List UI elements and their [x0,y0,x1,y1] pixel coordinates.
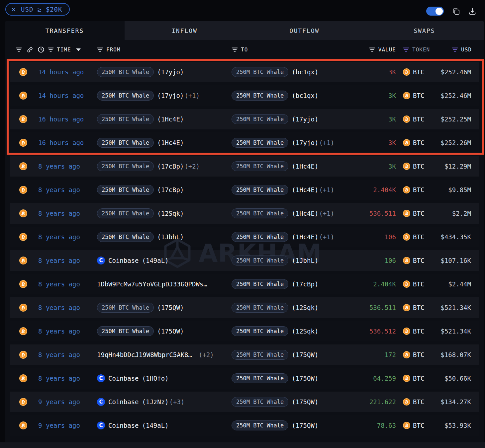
from-short-address[interactable]: (1JbhL) [157,233,184,241]
to-short-address[interactable]: (1Hc4E) [292,186,318,193]
transfer-time[interactable]: 8 years ago [38,304,97,311]
token-cell[interactable]: ₿BTC [396,186,429,193]
table-row[interactable]: ₿9 years agoCCoinbase(149aL)250M BTC Wha… [10,415,479,436]
copy-icon[interactable] [452,7,460,15]
table-row[interactable]: ₿8 years ago250M BTC Whale(17cBp)(+2)250… [10,156,479,177]
transfer-time[interactable]: 16 hours ago [38,139,97,146]
transfer-time[interactable]: 8 years ago [38,280,97,288]
table-row[interactable]: ₿8 years agoCCoinbase(1HQfo)250M BTC Wha… [10,368,479,389]
from-short-address[interactable]: (175QW) [157,328,184,335]
from-entity-name[interactable]: Coinbase [108,422,139,429]
tab-inflow[interactable]: INFLOW [125,21,244,40]
from-address[interactable]: 1DbW9PcMw7u5YoVGLpDJ33GQPDWs… [97,280,207,288]
token-cell[interactable]: ₿BTC [396,115,429,123]
tab-outflow[interactable]: OUTFLOW [244,21,364,40]
to-entity-chip[interactable]: 250M BTC Whale [232,397,288,407]
table-row[interactable]: ₿16 hours ago250M BTC Whale(1Hc4E)250M B… [10,132,479,153]
to-short-address[interactable]: (175QW) [292,375,318,382]
to-short-address[interactable]: (12Sqk) [292,328,318,335]
table-row[interactable]: ₿8 years ago250M BTC Whale(1JbhL)250M BT… [10,227,479,247]
transfer-time[interactable]: 9 years ago [38,398,97,406]
token-cell[interactable]: ₿BTC [396,257,429,264]
tab-swaps[interactable]: SWAPS [364,21,484,40]
token-cell[interactable]: ₿BTC [396,68,429,76]
to-short-address[interactable]: (17yjo) [292,139,318,146]
download-icon[interactable] [468,7,476,15]
to-short-address[interactable]: (1Hc4E) [292,163,318,170]
from-entity-chip[interactable]: 250M BTC Whale [97,232,154,242]
col-token[interactable]: TOKEN [412,46,430,53]
from-entity-chip[interactable]: 250M BTC Whale [97,161,154,171]
table-row[interactable]: ₿14 hours ago250M BTC Whale(17yjo)250M B… [10,62,479,82]
transfer-time[interactable]: 8 years ago [38,375,97,382]
transfer-time[interactable]: 9 years ago [38,422,97,429]
from-address[interactable]: 19qHn4bDDcJ19W8WbprC5AK8… [97,351,192,358]
from-entity-chip[interactable]: 250M BTC Whale [97,91,154,101]
sort-caret-icon[interactable] [76,48,81,51]
to-filter-icon[interactable] [232,47,238,52]
from-entity-name[interactable]: Coinbase [108,257,139,264]
token-cell[interactable]: ₿BTC [396,351,429,358]
live-toggle[interactable] [426,7,444,16]
table-row[interactable]: ₿8 years ago250M BTC Whale(17cBp)250M BT… [10,180,479,200]
to-short-address[interactable]: (175QW) [292,422,318,429]
from-entity-chip[interactable]: 250M BTC Whale [97,138,154,148]
from-short-address[interactable]: (1Hc4E) [157,139,184,146]
token-cell[interactable]: ₿BTC [396,139,429,146]
from-entity-chip[interactable]: 250M BTC Whale [97,303,154,313]
from-short-address[interactable]: (149aL) [142,257,169,264]
from-short-address[interactable]: (17yjo) [157,92,184,99]
token-cell[interactable]: ₿BTC [396,233,429,241]
transfer-time[interactable]: 8 years ago [38,186,97,193]
to-entity-chip[interactable]: 250M BTC Whale [232,303,288,313]
table-row[interactable]: ₿8 years ago250M BTC Whale(12Sqk)250M BT… [10,203,479,224]
to-short-address[interactable]: (12Sqk) [292,304,318,311]
col-time[interactable]: TIME [57,46,71,53]
token-cell[interactable]: ₿BTC [396,304,429,311]
to-entity-chip[interactable]: 250M BTC Whale [232,67,288,77]
filter-icon[interactable] [16,47,22,52]
from-filter-icon[interactable] [97,47,103,52]
table-row[interactable]: ₿8 years ago250M BTC Whale(175QW)250M BT… [10,297,479,318]
transfer-time[interactable]: 14 hours ago [38,92,97,99]
to-entity-chip[interactable]: 250M BTC Whale [232,373,288,383]
transfer-time[interactable]: 8 years ago [38,328,97,335]
to-short-address[interactable]: (bc1qx) [292,68,318,76]
table-row[interactable]: ₿14 hours ago250M BTC Whale(17yjo)(+1)25… [10,85,479,106]
from-short-address[interactable]: (175QW) [157,304,184,311]
time-filter-icon[interactable] [48,47,54,52]
usd-filter-icon[interactable] [452,47,458,52]
to-entity-chip[interactable]: 250M BTC Whale [232,185,288,195]
value-filter-icon[interactable] [369,47,375,52]
transfer-time[interactable]: 16 hours ago [38,115,97,123]
from-short-address[interactable]: (1JzNz) [142,398,169,406]
col-from[interactable]: FROM [106,46,121,53]
col-value[interactable]: VALUE [378,46,396,53]
token-cell[interactable]: ₿BTC [396,328,429,335]
table-row[interactable]: ₿8 years ago250M BTC Whale(175QW)250M BT… [10,321,479,341]
from-short-address[interactable]: (12Sqk) [157,210,184,217]
from-entity-name[interactable]: Coinbase [108,398,139,406]
token-cell[interactable]: ₿BTC [396,163,429,170]
from-entity-chip[interactable]: 250M BTC Whale [97,326,154,336]
from-short-address[interactable]: (17cBp) [157,163,184,170]
to-entity-chip[interactable]: 250M BTC Whale [232,326,288,336]
transfer-time[interactable]: 8 years ago [38,233,97,241]
transfer-time[interactable]: 8 years ago [38,210,97,217]
to-entity-chip[interactable]: 250M BTC Whale [232,114,288,124]
to-short-address[interactable]: (175QW) [292,351,318,358]
from-entity-chip[interactable]: 250M BTC Whale [97,185,154,195]
link-icon[interactable] [26,46,34,53]
to-entity-chip[interactable]: 250M BTC Whale [232,232,288,242]
token-filter-icon[interactable] [403,47,409,52]
to-entity-chip[interactable]: 250M BTC Whale [232,161,288,171]
from-entity-chip[interactable]: 250M BTC Whale [97,114,154,124]
transfer-time[interactable]: 14 hours ago [38,68,97,76]
table-row[interactable]: ₿8 years ago1DbW9PcMw7u5YoVGLpDJ33GQPDWs… [10,274,479,294]
to-entity-chip[interactable]: 250M BTC Whale [232,91,288,101]
from-entity-chip[interactable]: 250M BTC Whale [97,67,154,77]
to-entity-chip[interactable]: 250M BTC Whale [232,208,288,218]
to-short-address[interactable]: (17yjo) [292,115,318,123]
to-short-address[interactable]: (1Hc4E) [292,210,318,217]
from-entity-chip[interactable]: 250M BTC Whale [97,208,154,218]
